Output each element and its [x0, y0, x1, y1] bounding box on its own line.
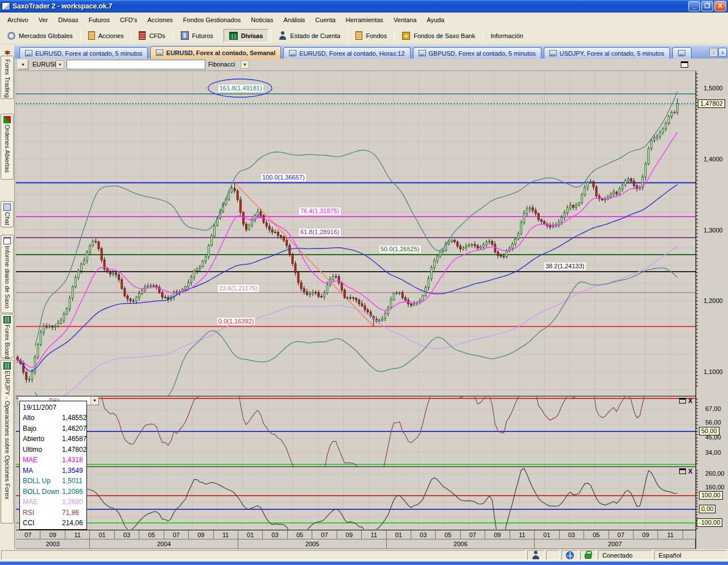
tooltip-row-ultimo: Ultimo1,47802 — [20, 444, 86, 455]
menu-acciones[interactable]: Acciones — [142, 14, 178, 26]
month-cell-23[interactable]: 05 — [584, 530, 609, 539]
symbol-dropdown-arrow[interactable]: ▼ — [56, 60, 64, 69]
month-cell-15[interactable]: 01 — [387, 530, 411, 539]
cci-maximize-icon[interactable] — [679, 468, 686, 474]
tab-usdjpy-forex-al-contado-5-minutos[interactable]: USDJPY, Forex al contado, 5 minutos — [544, 47, 670, 59]
month-cell-12[interactable]: 07 — [312, 530, 337, 539]
month-cell-7[interactable]: 09 — [189, 530, 213, 539]
tab-eurusd-forex-al-contado-5-minutos[interactable]: EURUSD, Forex al contado, 5 minutos — [19, 47, 148, 59]
year-cell-2003[interactable]: 2003 — [16, 539, 90, 549]
chat-icon — [3, 203, 11, 211]
month-cell-19[interactable]: 09 — [485, 530, 510, 539]
month-cell-1[interactable]: 09 — [40, 530, 65, 539]
month-cell-18[interactable]: 07 — [461, 530, 485, 539]
month-cell-13[interactable]: 09 — [337, 530, 362, 539]
month-cell-0[interactable]: 07 — [16, 530, 40, 539]
title-bar[interactable]: SaxoTrader 2 - workspace.ok.7 _ ❐ X — [0, 0, 728, 13]
sidebar-item-informe-diario-de-saxo[interactable]: Informe diario de Saxo — [1, 235, 14, 313]
time-axis-months[interactable]: 0709110103050709110103050709110103050709… — [16, 530, 696, 539]
secure-status-cell[interactable] — [580, 550, 596, 560]
menu-futuros[interactable]: Futuros — [84, 14, 115, 26]
chart-menu-button[interactable]: ▼ — [18, 60, 28, 69]
language-indicator[interactable]: Español — [654, 550, 727, 560]
month-cell-11[interactable]: 05 — [288, 530, 312, 539]
sidebar-item-forex-trading[interactable]: Forex Trading — [1, 56, 14, 99]
toolbar-futuros[interactable]: $Futuros — [176, 29, 218, 43]
toolbar-label: Información — [490, 32, 523, 39]
report-icon — [3, 237, 11, 244]
menu-archivo[interactable]: Archivo — [2, 14, 34, 26]
menu-cfd-s[interactable]: CFD's — [115, 14, 142, 26]
tab-scroll-right-button[interactable]: › — [718, 48, 727, 57]
toolbar-cfds[interactable]: CFDs — [134, 29, 170, 43]
menu-ventana[interactable]: Ventana — [388, 14, 421, 26]
chat-status-cell[interactable] — [527, 550, 544, 560]
month-cell-10[interactable]: 03 — [263, 530, 287, 539]
network-status-cell[interactable] — [561, 550, 578, 560]
menu-ver[interactable]: Ver — [34, 14, 53, 26]
month-cell-3[interactable]: 01 — [90, 530, 114, 539]
tab-eurusd-forex-al-contado-horas-12[interactable]: EURUSD, Forex al contado, Horas:12 — [283, 47, 410, 59]
toolbar-fondos[interactable]: Fondos — [350, 29, 392, 43]
tooltip-row-alto: Alto1,48552 — [20, 413, 86, 423]
month-cell-6[interactable]: 07 — [164, 530, 189, 539]
chart-maximize-icon[interactable] — [681, 61, 688, 68]
sidebar-item-eurjpy-operaciones-sobre-opciones-forex[interactable]: EURJPY - Operaciones sobre Opciones Fore… — [1, 360, 14, 524]
tab-gbpusd-forex-al-contado-5-minutos[interactable]: GBPUSD, Forex al contado, 5 minutos — [413, 47, 541, 59]
maximize-button[interactable]: ❐ — [701, 1, 713, 11]
toolbar-acciones[interactable]: Acciones — [83, 29, 129, 43]
cci-close-icon[interactable]: X — [688, 468, 692, 474]
close-button[interactable]: X — [714, 1, 726, 11]
sidebar-item-ordenes-abiertas[interactable]: Ordenes Abiertas — [1, 114, 14, 180]
toolbar-divisas[interactable]: Divisas — [224, 29, 269, 43]
tab-scroll-left-button[interactable]: ‹ — [709, 48, 718, 57]
toolbar-mercados-globales[interactable]: Mercados Globales — [2, 29, 78, 43]
month-cell-4[interactable]: 03 — [115, 530, 139, 539]
month-cell-25[interactable]: 09 — [634, 530, 658, 539]
month-cell-16[interactable]: 03 — [411, 530, 436, 539]
year-cell-2007[interactable]: 2007 — [535, 539, 696, 549]
rsi-close-icon[interactable]: X — [688, 398, 692, 404]
toolbar-estado-de-cuenta[interactable]: Estado de Cuenta — [274, 29, 345, 43]
current-price-box: 1,47802 — [698, 99, 725, 108]
month-cell-9[interactable]: 01 — [238, 530, 263, 539]
toolbar-informaci-n[interactable]: Información — [485, 29, 528, 43]
toolbar-label: Fondos de Saxo Bank — [413, 32, 475, 39]
year-cell-2005[interactable]: 2005 — [238, 539, 387, 549]
sidebar-item-chat[interactable]: Chat — [1, 201, 14, 227]
menu-fondos-gestionados[interactable]: Fondos Gestionados — [178, 14, 246, 26]
month-cell-26[interactable]: 11 — [658, 530, 682, 539]
menu-an-lisis[interactable]: Análisis — [278, 14, 310, 26]
month-cell-14[interactable]: 11 — [362, 530, 386, 539]
year-cell-2004[interactable]: 2004 — [90, 539, 238, 549]
menu-ayuda[interactable]: Ayuda — [421, 14, 449, 26]
month-cell-8[interactable]: 11 — [214, 530, 238, 539]
tab-eurusd-forex-al-contado-semanal[interactable]: EURUSD, Forex al contado, Semanal — [150, 46, 281, 59]
minimize-button[interactable]: _ — [688, 1, 700, 11]
chevron-down-icon[interactable]: ▼ — [90, 397, 98, 405]
time-axis-years[interactable]: 20032004200520062007 — [16, 539, 696, 549]
menu-herramientas[interactable]: Herramientas — [341, 14, 388, 26]
status-empty-cell — [546, 550, 560, 560]
month-cell-24[interactable]: 07 — [609, 530, 634, 539]
menu-noticias[interactable]: Noticias — [246, 14, 278, 26]
gold-bank-icon: + — [402, 32, 410, 40]
month-cell-22[interactable]: 03 — [560, 530, 584, 539]
menu-divisas[interactable]: Divisas — [53, 14, 83, 26]
month-cell-5[interactable]: 05 — [139, 530, 164, 539]
month-cell-21[interactable]: 01 — [535, 530, 559, 539]
drawing-tool-dropdown-arrow[interactable]: ▼ — [241, 60, 249, 69]
month-cell-17[interactable]: 05 — [436, 530, 460, 539]
month-cell-20[interactable]: 11 — [510, 530, 535, 539]
sidebar-item-forex-board[interactable]: Forex Board — [1, 314, 14, 358]
chart-search-input[interactable] — [67, 60, 205, 69]
month-cell-2[interactable]: 11 — [65, 530, 90, 539]
price-chart-canvas[interactable] — [15, 59, 728, 549]
rsi-maximize-icon[interactable] — [679, 398, 686, 404]
menu-cuenta[interactable]: Cuenta — [310, 14, 340, 26]
price-tick-1-2000: 1,2000 — [704, 297, 723, 305]
tab-partial-hidden[interactable] — [672, 47, 692, 59]
year-cell-2006[interactable]: 2006 — [387, 539, 535, 549]
updown-arrows-icon — [3, 47, 11, 55]
toolbar-fondos-de-saxo-bank[interactable]: +Fondos de Saxo Bank — [397, 29, 480, 43]
